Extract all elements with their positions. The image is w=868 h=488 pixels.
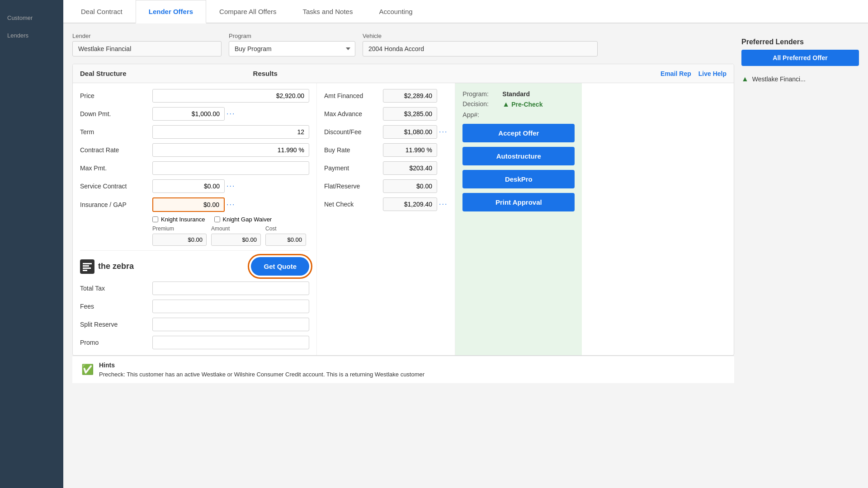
app-row: App#:: [462, 111, 575, 118]
hints-bar: ✅ Hints Precheck: This customer has an a…: [72, 356, 734, 383]
program-value: Standard: [502, 90, 530, 98]
service-contract-dots[interactable]: ···: [226, 182, 235, 190]
deal-header: Deal Structure Results Email Rep Live He…: [73, 64, 734, 83]
deal-row-price: Price: [80, 87, 309, 105]
premium-label: Premium: [152, 225, 207, 232]
fees-input[interactable]: [152, 300, 309, 313]
deal-row-down-pmt: Down Pmt. ···: [80, 105, 309, 123]
left-panel: Lender Program Buy Program Vehicle: [72, 33, 734, 383]
down-pmt-input[interactable]: [152, 107, 225, 121]
deal-row-split-reserve: Split Reserve: [80, 315, 309, 333]
zebra-text: the zebra: [98, 262, 134, 271]
insurance-gap-input[interactable]: [152, 197, 225, 212]
action-buttons: Accept Offer Autostructure DeskPro Print…: [462, 124, 575, 211]
autostructure-button[interactable]: Autostructure: [462, 147, 575, 165]
deskpro-button[interactable]: DeskPro: [462, 170, 575, 188]
discount-fee-dots[interactable]: ···: [439, 128, 448, 136]
deal-body: Price Down Pmt. ···: [73, 83, 734, 355]
term-input[interactable]: [152, 125, 309, 139]
print-approval-button[interactable]: Print Approval: [462, 193, 575, 211]
total-tax-input[interactable]: [152, 282, 309, 295]
flat-reserve-label: Flat/Reserve: [324, 183, 383, 190]
result-row-amt-financed: Amt Financed $2,289.40: [324, 87, 448, 105]
program-label: Program: [229, 33, 355, 39]
westlake-lender-item[interactable]: ▲ Westlake Financi...: [741, 71, 859, 87]
insurance-field-labels: Premium Amount Cost: [152, 225, 309, 232]
deal-row-service-contract: Service Contract ···: [80, 177, 309, 195]
lpv-row: Lender Program Buy Program Vehicle: [72, 33, 734, 56]
contract-rate-label: Contract Rate: [80, 146, 152, 154]
program-key: Program:: [462, 90, 499, 98]
deal-row-max-pmt: Max Pmt.: [80, 159, 309, 177]
max-pmt-label: Max Pmt.: [80, 164, 152, 172]
lender-input[interactable]: [72, 41, 222, 56]
cost-label: Cost: [265, 225, 277, 232]
decision-row: Decision: ▲ Pre-Check: [462, 100, 575, 108]
sidebar-item-lenders[interactable]: Lenders: [0, 27, 63, 44]
discount-fee-label: Discount/Fee: [324, 128, 383, 136]
tab-tasks-notes[interactable]: Tasks and Notes: [290, 0, 366, 23]
tab-deal-contract[interactable]: Deal Contract: [68, 0, 136, 23]
knight-insurance-checkbox-label: Knight Insurance: [152, 216, 205, 223]
net-check-dots[interactable]: ···: [439, 200, 448, 208]
svg-rect-2: [83, 265, 89, 267]
decision-value: ▲ Pre-Check: [502, 100, 542, 108]
deal-row-insurance-gap: Insurance / GAP ···: [80, 195, 309, 214]
tab-accounting[interactable]: Accounting: [366, 0, 425, 23]
amount-input[interactable]: [211, 234, 261, 246]
insurance-details: Knight Insurance Knight Gap Waiver Premi…: [152, 216, 309, 246]
result-row-discount-fee: Discount/Fee $1,080.00 ···: [324, 123, 448, 141]
live-help-link[interactable]: Live Help: [698, 70, 726, 77]
insurance-checkboxes: Knight Insurance Knight Gap Waiver: [152, 216, 309, 223]
zebra-brand: the zebra: [80, 259, 134, 274]
total-tax-label: Total Tax: [80, 285, 152, 292]
insurance-gap-label: Insurance / GAP: [80, 201, 152, 208]
westlake-lender-label: Westlake Financi...: [752, 75, 806, 83]
sidebar-item-customer[interactable]: Customer: [0, 9, 63, 27]
sidebar: Customer Lenders: [0, 0, 63, 488]
amt-financed-val: $2,289.40: [383, 89, 437, 103]
decision-key: Decision:: [462, 100, 499, 108]
split-reserve-input[interactable]: [152, 318, 309, 331]
app-key: App#:: [462, 111, 499, 118]
premium-input[interactable]: [152, 234, 207, 246]
get-quote-button[interactable]: Get Quote: [251, 257, 309, 276]
tab-lender-offers[interactable]: Lender Offers: [136, 0, 206, 23]
vehicle-input[interactable]: [363, 41, 598, 56]
net-check-label: Net Check: [324, 201, 383, 208]
tab-compare-offers[interactable]: Compare All Offers: [206, 0, 289, 23]
buy-rate-val: 11.990 %: [383, 143, 437, 157]
knight-gap-checkbox[interactable]: [214, 216, 220, 222]
cost-input[interactable]: [265, 234, 306, 246]
deal-row-total-tax: Total Tax: [80, 279, 309, 297]
email-rep-link[interactable]: Email Rep: [660, 70, 691, 77]
price-label: Price: [80, 92, 152, 99]
lender-label: Lender: [72, 33, 222, 39]
accept-offer-button[interactable]: Accept Offer: [462, 124, 575, 142]
program-select[interactable]: Buy Program: [229, 41, 355, 56]
service-contract-input[interactable]: [152, 179, 225, 193]
all-preferred-button[interactable]: All Preferred Offer: [741, 50, 859, 66]
result-row-buy-rate: Buy Rate 11.990 %: [324, 141, 448, 159]
decision-panel: Program: Standard Decision: ▲ Pre-Check: [455, 83, 582, 355]
results-col: Amt Financed $2,289.40 Max Advance $3,28…: [317, 83, 455, 355]
hints-content: Hints Precheck: This customer has an act…: [99, 361, 425, 378]
knight-insurance-checkbox[interactable]: [152, 216, 158, 222]
down-pmt-dots[interactable]: ···: [226, 110, 235, 118]
header-links: Email Rep Live Help: [660, 70, 726, 77]
svg-rect-1: [83, 263, 92, 264]
insurance-gap-dots[interactable]: ···: [226, 201, 235, 209]
amt-financed-label: Amt Financed: [324, 92, 383, 99]
price-input[interactable]: [152, 89, 309, 103]
max-advance-label: Max Advance: [324, 110, 383, 117]
amount-label: Amount: [211, 225, 261, 232]
result-row-max-advance: Max Advance $3,285.00: [324, 105, 448, 123]
payment-val: $203.40: [383, 161, 437, 175]
deal-structure-col: Price Down Pmt. ···: [73, 83, 317, 355]
content-area: Lender Program Buy Program Vehicle: [63, 23, 868, 392]
program-row: Program: Standard: [462, 90, 575, 98]
svg-rect-3: [83, 267, 91, 269]
contract-rate-input[interactable]: [152, 143, 309, 157]
promo-input[interactable]: [152, 336, 309, 349]
max-pmt-input[interactable]: [152, 161, 309, 175]
